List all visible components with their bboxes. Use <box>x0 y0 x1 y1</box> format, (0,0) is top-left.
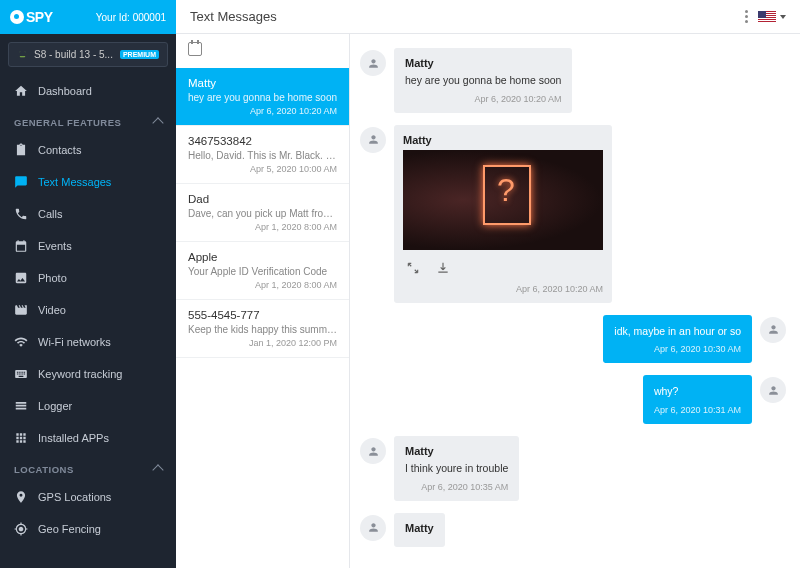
brand-logo[interactable]: SPY <box>10 9 53 25</box>
avatar <box>360 50 386 76</box>
download-button[interactable] <box>435 260 451 276</box>
conversation-item[interactable]: 3467533842 Hello, David. This is Mr. Bla… <box>176 126 349 184</box>
avatar <box>360 515 386 541</box>
brand-text: SPY <box>26 9 53 25</box>
sidebar-label: Calls <box>38 208 62 220</box>
message-bubble-image: Matty ? Apr 6, 2020 10:20 AM <box>394 125 612 303</box>
message-icon <box>14 175 28 189</box>
phone-icon <box>14 207 28 221</box>
section-label: LOCATIONS <box>14 464 74 475</box>
message-sender: Matty <box>405 445 508 457</box>
sidebar-item-gps[interactable]: GPS Locations <box>0 481 176 513</box>
message-time: Apr 6, 2020 10:35 AM <box>405 482 508 492</box>
calendar-icon <box>14 239 28 253</box>
main-panel: Text Messages Matty hey are you gonna be… <box>176 0 800 568</box>
message-row: Matty <box>360 513 786 547</box>
message-time: Apr 6, 2020 10:20 AM <box>405 94 561 104</box>
sidebar-section-locations[interactable]: LOCATIONS <box>0 454 176 481</box>
sidebar-item-geo[interactable]: Geo Fencing <box>0 513 176 545</box>
sidebar-item-calls[interactable]: Calls <box>0 198 176 230</box>
conversation-item[interactable]: 555-4545-777 Keep the kids happy this su… <box>176 300 349 358</box>
conversation-date: Jan 1, 2020 12:00 PM <box>188 338 337 348</box>
language-selector[interactable] <box>758 11 786 23</box>
sidebar-header: SPY Your Id: 000001 <box>0 0 176 34</box>
conversation-preview: Hello, David. This is Mr. Black. I've no… <box>188 150 337 161</box>
message-time: Apr 6, 2020 10:20 AM <box>403 284 603 294</box>
message-row: why? Apr 6, 2020 10:31 AM <box>360 375 786 424</box>
header-bar: Text Messages <box>176 0 800 34</box>
image-actions <box>403 258 603 278</box>
message-row: Matty ? Apr 6, 2020 10:20 AM <box>360 125 786 303</box>
clipboard-icon <box>14 143 28 157</box>
message-bubble-incoming: Matty <box>394 513 445 547</box>
conversation-list: Matty hey are you gonna be home soon Apr… <box>176 34 350 568</box>
message-bubble-incoming: Matty hey are you gonna be home soon Apr… <box>394 48 572 113</box>
sidebar-item-logger[interactable]: Logger <box>0 390 176 422</box>
conversation-date: Apr 1, 2020 8:00 AM <box>188 280 337 290</box>
sidebar-label: Events <box>38 240 72 252</box>
message-time: Apr 6, 2020 10:31 AM <box>654 405 741 415</box>
conversation-preview: Keep the kids happy this summer with ... <box>188 324 337 335</box>
message-text: idk, maybe in an hour or so <box>614 324 741 339</box>
conversation-name: Apple <box>188 251 337 263</box>
sidebar-label: Logger <box>38 400 72 412</box>
conversation-preview: hey are you gonna be home soon <box>188 92 337 103</box>
sidebar-section-general[interactable]: GENERAL FEATURES <box>0 107 176 134</box>
message-bubble-outgoing: why? Apr 6, 2020 10:31 AM <box>643 375 752 424</box>
sidebar-item-text-messages[interactable]: Text Messages <box>0 166 176 198</box>
message-text: I think youre in trouble <box>405 461 508 476</box>
sidebar-item-wifi[interactable]: Wi-Fi networks <box>0 326 176 358</box>
chevron-up-icon <box>152 117 163 128</box>
device-name-label: S8 - build 13 - 5... <box>34 49 114 60</box>
expand-button[interactable] <box>405 260 421 276</box>
avatar <box>360 127 386 153</box>
conversation-item[interactable]: Dad Dave, can you pick up Matt from scho… <box>176 184 349 242</box>
conversation-item[interactable]: Matty hey are you gonna be home soon Apr… <box>176 68 349 126</box>
photo-icon <box>14 271 28 285</box>
more-menu-button[interactable] <box>745 10 748 23</box>
sidebar-label: Geo Fencing <box>38 523 101 535</box>
conversation-name: Matty <box>188 77 337 89</box>
header-actions <box>745 10 786 23</box>
sidebar-item-photo[interactable]: Photo <box>0 262 176 294</box>
sidebar-label: Text Messages <box>38 176 111 188</box>
message-sender: Matty <box>403 134 603 146</box>
chat-thread: Matty hey are you gonna be home soon Apr… <box>350 34 800 568</box>
date-filter-button[interactable] <box>176 34 349 68</box>
message-sender: Matty <box>405 522 434 534</box>
calendar-icon <box>188 42 202 56</box>
message-text: hey are you gonna be home soon <box>405 73 561 88</box>
device-selector[interactable]: S8 - build 13 - 5... PREMIUM <box>8 42 168 67</box>
conversation-item[interactable]: Apple Your Apple ID Verification Code Ap… <box>176 242 349 300</box>
message-sender: Matty <box>405 57 561 69</box>
sidebar-item-video[interactable]: Video <box>0 294 176 326</box>
conversation-name: 3467533842 <box>188 135 337 147</box>
avatar <box>760 377 786 403</box>
pin-icon <box>14 490 28 504</box>
logger-icon <box>14 399 28 413</box>
conversation-name: 555-4545-777 <box>188 309 337 321</box>
android-icon <box>17 48 28 61</box>
sidebar-label: Contacts <box>38 144 81 156</box>
logo-mark-icon <box>10 10 24 24</box>
sidebar-item-events[interactable]: Events <box>0 230 176 262</box>
message-row: Matty hey are you gonna be home soon Apr… <box>360 48 786 113</box>
message-image[interactable]: ? <box>403 150 603 250</box>
page-title: Text Messages <box>190 9 277 24</box>
sidebar-label: GPS Locations <box>38 491 111 503</box>
message-bubble-outgoing: idk, maybe in an hour or so Apr 6, 2020 … <box>603 315 752 364</box>
section-label: GENERAL FEATURES <box>14 117 121 128</box>
user-id-label: Your Id: 000001 <box>96 12 166 23</box>
sidebar-item-keyword[interactable]: Keyword tracking <box>0 358 176 390</box>
message-time: Apr 6, 2020 10:30 AM <box>614 344 741 354</box>
sidebar-item-apps[interactable]: Installed APPs <box>0 422 176 454</box>
sidebar-item-dashboard[interactable]: Dashboard <box>0 75 176 107</box>
sidebar: SPY Your Id: 000001 S8 - build 13 - 5...… <box>0 0 176 568</box>
sidebar-item-contacts[interactable]: Contacts <box>0 134 176 166</box>
conversation-date: Apr 5, 2020 10:00 AM <box>188 164 337 174</box>
premium-badge: PREMIUM <box>120 50 159 59</box>
sidebar-label: Video <box>38 304 66 316</box>
target-icon <box>14 522 28 536</box>
conversation-preview: Dave, can you pick up Matt from schoo... <box>188 208 337 219</box>
video-icon <box>14 303 28 317</box>
